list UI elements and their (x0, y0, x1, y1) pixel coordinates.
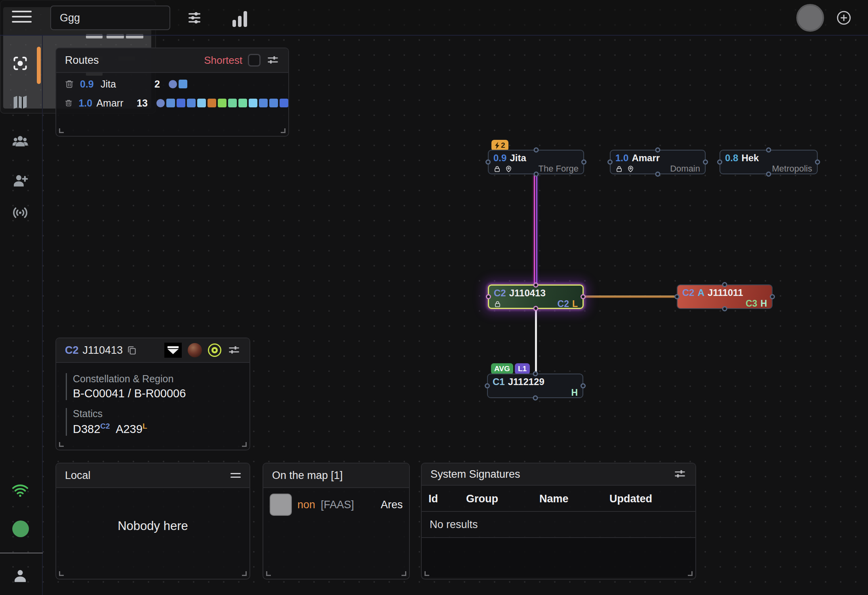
connection-j110413-j111011[interactable] (584, 296, 677, 298)
system-node-hek[interactable]: 0.8Hek Metropolis (720, 150, 818, 174)
connection-handle[interactable] (815, 160, 820, 165)
delete-route-icon[interactable] (64, 98, 73, 108)
shortest-label: Shortest (204, 54, 242, 67)
connection-jita-j110413[interactable] (534, 174, 537, 284)
route-hop[interactable] (197, 99, 206, 107)
route-hop[interactable] (207, 99, 216, 107)
connection-handle[interactable] (533, 147, 539, 153)
route-hop[interactable] (218, 99, 227, 107)
broadcast-icon[interactable] (11, 203, 30, 222)
connection-handle[interactable] (533, 395, 538, 400)
connection-handle[interactable] (703, 160, 708, 165)
activity-chart-icon[interactable] (230, 9, 249, 27)
on-the-map-panel: On the map [1] non [FAAS] Ares (263, 463, 410, 580)
menu-icon[interactable] (12, 11, 32, 25)
route-hop[interactable] (228, 99, 237, 107)
connection-handle[interactable] (722, 282, 727, 287)
connection-handle[interactable] (533, 172, 539, 177)
maps-icon[interactable] (11, 93, 30, 112)
wormhole-class: C2 (682, 287, 695, 298)
route-security: 0.9 (80, 78, 101, 90)
copy-icon[interactable] (127, 345, 137, 355)
system-type-thumbnail[interactable] (164, 343, 182, 358)
route-hop[interactable] (169, 80, 177, 88)
system-node-jita[interactable]: 0.9Jita The Forge (488, 150, 584, 174)
column-header-updated[interactable]: Updated (609, 493, 652, 505)
on-the-map-title: On the map [1] (272, 469, 343, 482)
route-hop[interactable] (156, 99, 165, 107)
connection-handle[interactable] (581, 160, 586, 165)
resize-handle[interactable] (242, 442, 247, 447)
resize-handle[interactable] (242, 571, 247, 576)
route-hop[interactable] (249, 99, 257, 107)
connection-handle[interactable] (607, 160, 613, 165)
route-hop[interactable] (177, 99, 185, 107)
connection-handle[interactable] (766, 172, 771, 177)
static-class: C3 (746, 298, 757, 309)
characters-icon[interactable] (11, 132, 30, 151)
sidebar-divider (0, 553, 43, 553)
profile-icon[interactable] (11, 566, 30, 585)
column-header-name[interactable]: Name (539, 493, 569, 505)
static-leads-to: H (571, 387, 578, 398)
map-filters-icon[interactable] (185, 9, 204, 27)
resize-handle[interactable] (424, 571, 429, 576)
connection-handle[interactable] (581, 294, 586, 299)
column-header-group[interactable]: Group (466, 493, 498, 505)
connection-handle[interactable] (770, 294, 775, 299)
track-focus-icon[interactable] (11, 54, 30, 73)
map-select[interactable]: Ggg (50, 6, 170, 30)
add-button[interactable] (836, 10, 851, 25)
scout-avatar[interactable] (188, 343, 202, 357)
resize-handle[interactable] (688, 571, 693, 576)
route-hop[interactable] (259, 99, 268, 107)
effect-ring-icon[interactable] (208, 343, 221, 357)
add-character-icon[interactable] (11, 171, 30, 190)
connection-handle[interactable] (717, 160, 722, 165)
statics-label: Statics (73, 408, 240, 420)
connection-handle[interactable] (581, 383, 586, 389)
route-hop[interactable] (187, 99, 196, 107)
shortest-checkbox[interactable] (248, 54, 261, 67)
system-node-amarr[interactable]: 1.0Amarr Domain (610, 150, 706, 174)
route-row-amarr[interactable]: 1.0 Amarr 13 (56, 95, 288, 111)
resize-handle[interactable] (266, 571, 271, 576)
connection-j110413-j112129[interactable] (535, 309, 537, 374)
resize-handle[interactable] (402, 571, 406, 576)
user-avatar[interactable] (796, 4, 824, 32)
route-hop[interactable] (238, 99, 247, 107)
connection-handle[interactable] (485, 383, 490, 389)
signatures-settings-icon[interactable] (673, 467, 687, 481)
connection-handle[interactable] (655, 147, 661, 153)
connection-handle[interactable] (533, 282, 539, 288)
security-status: 0.8 (725, 153, 738, 164)
resize-handle[interactable] (59, 571, 64, 576)
column-header-id[interactable]: Id (428, 493, 438, 505)
route-hop[interactable] (179, 80, 187, 88)
connection-handle[interactable] (674, 294, 680, 299)
statics-value: D382C2 A239L (73, 422, 240, 436)
connection-handle[interactable] (722, 306, 727, 311)
route-hop[interactable] (269, 99, 278, 107)
route-row-jita[interactable]: 0.9 Jita 2 (56, 76, 288, 92)
connection-handle[interactable] (533, 371, 538, 376)
resize-handle[interactable] (59, 442, 64, 447)
delete-route-icon[interactable] (64, 79, 74, 89)
info-settings-icon[interactable] (227, 343, 241, 357)
system-node-j110413-selected[interactable]: C2J110413 C2L (488, 284, 584, 309)
connection-handle[interactable] (485, 160, 491, 165)
connection-handle[interactable] (533, 306, 539, 311)
system-node-j112129[interactable]: C1J112129 H (487, 374, 583, 398)
local-panel: Local Nobody here (55, 463, 250, 580)
pilot-row[interactable]: non [FAAS] Ares (263, 488, 409, 521)
connection-handle[interactable] (655, 172, 661, 177)
routes-settings-icon[interactable] (266, 53, 280, 67)
system-node-j111011[interactable]: C2AJ111011 C3H (677, 284, 773, 309)
list-lines-icon[interactable] (230, 471, 241, 480)
resize-handle[interactable] (59, 128, 64, 133)
route-hop[interactable] (166, 99, 175, 107)
resize-handle[interactable] (281, 128, 286, 133)
route-hop[interactable] (280, 99, 288, 107)
connection-handle[interactable] (486, 294, 491, 299)
connection-handle[interactable] (766, 147, 771, 153)
